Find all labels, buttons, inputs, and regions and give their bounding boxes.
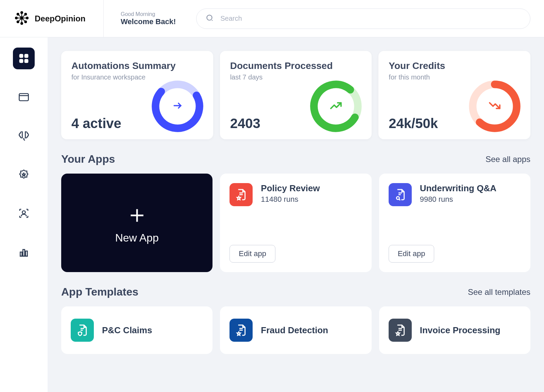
card-value: 4 active	[71, 116, 121, 131]
svg-rect-19	[20, 54, 23, 57]
svg-rect-28	[23, 250, 24, 256]
app-runs: 11480 runs	[261, 195, 320, 204]
svg-point-18	[212, 20, 213, 21]
nav-users[interactable]	[13, 202, 35, 224]
welcome-text: Welcome Back!	[121, 17, 176, 26]
document-star-icon	[230, 319, 253, 342]
template-card-fraud[interactable]: Fraud Detection	[220, 306, 371, 354]
grid-icon	[18, 52, 30, 65]
document-shield-icon	[71, 319, 94, 342]
app-card-policy-review[interactable]: Policy Review 11480 runs Edit app	[220, 174, 371, 272]
svg-rect-29	[26, 251, 27, 256]
svg-line-14	[22, 14, 26, 18]
see-all-apps-link[interactable]: See all apps	[486, 155, 530, 164]
template-name: Fraud Detection	[261, 325, 328, 336]
plus-icon: ＋	[125, 202, 149, 226]
search-input[interactable]	[220, 15, 521, 22]
card-title: Automations Summary	[71, 60, 203, 71]
see-all-templates-link[interactable]: See all templates	[468, 287, 530, 297]
svg-line-16	[22, 18, 26, 22]
nav-security[interactable]	[13, 164, 35, 185]
template-card-invoice[interactable]: Invoice Processing	[379, 306, 530, 354]
automations-summary-card: Automations Summary for Insurance worksp…	[61, 51, 213, 139]
svg-line-42	[399, 199, 400, 200]
brand-logo-icon	[14, 10, 30, 28]
credits-card: Your Credits for this month 24k/50k	[378, 51, 530, 139]
svg-rect-23	[19, 94, 29, 101]
edit-app-button[interactable]: Edit app	[230, 245, 275, 263]
template-name: P&C Claims	[102, 325, 152, 336]
automations-ring	[149, 77, 206, 135]
nav-ai[interactable]	[13, 125, 35, 147]
app-name: Policy Review	[261, 183, 320, 194]
nav-windows[interactable]	[13, 86, 35, 108]
edit-app-button[interactable]: Edit app	[389, 245, 435, 263]
brand-area[interactable]: DeepOpinion	[14, 0, 104, 37]
app-card-underwriting[interactable]: Underwriting Q&A 9980 runs Edit app	[379, 174, 530, 272]
your-apps-title: Your Apps	[61, 153, 115, 165]
credits-ring	[466, 77, 524, 135]
nav-analytics[interactable]	[13, 241, 35, 263]
svg-rect-20	[25, 54, 28, 57]
main-content: Automations Summary for Insurance worksp…	[48, 37, 544, 392]
svg-point-25	[22, 211, 26, 214]
welcome-block: Good Morning Welcome Back!	[104, 11, 176, 26]
template-name: Invoice Processing	[420, 325, 500, 336]
app-templates-title: App Templates	[61, 286, 138, 298]
documents-ring	[307, 77, 365, 135]
document-star-icon	[230, 183, 253, 206]
card-value: 2403	[230, 116, 260, 131]
topbar: DeepOpinion Good Morning Welcome Back!	[0, 0, 544, 37]
badge-icon	[18, 168, 30, 181]
template-card-pc-claims[interactable]: P&C Claims	[61, 306, 213, 354]
svg-point-17	[207, 15, 212, 20]
card-title: Documents Processed	[230, 60, 362, 71]
trend-down-icon	[488, 99, 502, 114]
document-search-icon	[389, 183, 412, 206]
svg-rect-22	[25, 59, 28, 63]
document-star-icon	[389, 319, 412, 342]
search-wrap	[196, 8, 530, 29]
user-scan-icon	[18, 207, 30, 219]
card-title: Your Credits	[389, 60, 520, 71]
new-app-label: New App	[115, 232, 159, 244]
brain-icon	[18, 130, 30, 142]
documents-processed-card: Documents Processed last 7 days 2403	[220, 51, 372, 139]
bar-chart-icon	[18, 246, 30, 258]
app-runs: 9980 runs	[420, 195, 496, 204]
new-app-card[interactable]: ＋ New App	[61, 174, 213, 272]
nav-dashboard[interactable]	[13, 48, 35, 69]
svg-line-13	[18, 14, 22, 18]
arrow-right-icon	[172, 100, 183, 113]
sidebar	[0, 37, 48, 392]
search-box[interactable]	[196, 8, 530, 29]
trend-up-icon	[329, 99, 343, 114]
search-icon	[205, 14, 214, 24]
app-name: Underwriting Q&A	[420, 183, 496, 194]
window-icon	[18, 91, 30, 103]
brand-name: DeepOpinion	[35, 14, 85, 23]
svg-point-41	[396, 197, 399, 199]
svg-line-15	[18, 18, 22, 22]
svg-rect-27	[20, 252, 22, 256]
svg-rect-21	[20, 59, 23, 63]
card-value: 24k/50k	[389, 116, 438, 131]
greeting-text: Good Morning	[121, 11, 176, 17]
